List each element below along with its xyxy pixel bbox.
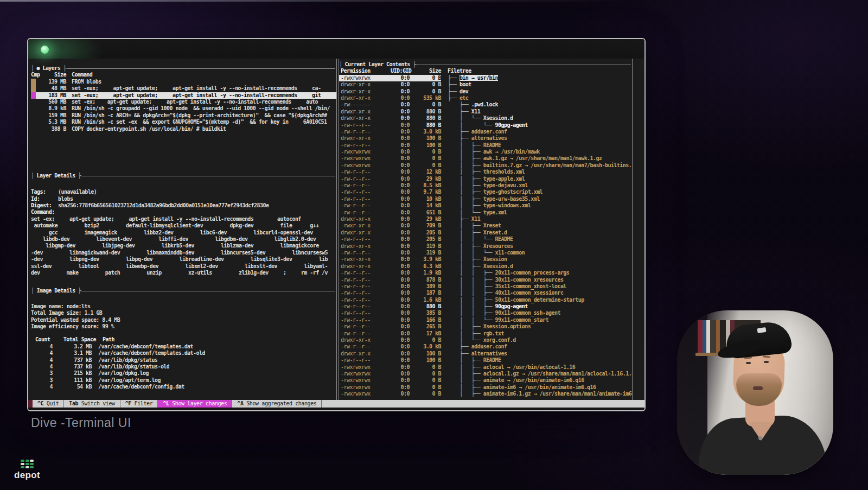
image-details-title: │Image Details├ <box>31 288 336 294</box>
statusbar-item-show-aggregated-changes[interactable]: ^A Show aggregated changes <box>232 400 322 408</box>
window-titlebar <box>28 39 644 59</box>
layer-command-line: gcc imagemagick libbz2-dev libc6-dev lib… <box>31 230 336 236</box>
file-row[interactable]: -rw-r--r--0:09.7 kB │ ├── type-ghostscri… <box>339 189 632 195</box>
file-row[interactable]: -rw-r--r--0:08.5 kB │ ├── type-dejavu.xm… <box>339 182 632 189</box>
file-row[interactable]: drwxr-xr-x0:029 kB ├── X11 <box>339 216 632 222</box>
frame-glyph: ├ <box>413 61 416 68</box>
wasted-space-row: 4737 kB/var/lib/dpkg/status-old <box>31 364 336 370</box>
file-row[interactable]: -rwxrwxrwx0:00 B │ ├── aclocal → /usr/bi… <box>339 364 632 371</box>
file-row[interactable]: drwxr-xr-x0:00 B├── boot <box>339 81 632 88</box>
file-row[interactable]: drwxr-xr-x0:0880 B │ └── Xsession.d <box>339 115 632 122</box>
file-row[interactable]: -rw-r--r--0:012 kB │ ├── thresholds.xml <box>339 169 632 175</box>
file-row[interactable]: -rw-r--r--0:01.9 kB │ │ ├── 20x11-common… <box>339 270 632 276</box>
file-row[interactable]: -rw-r--r--0:0265 B │ ├── Xsession.option… <box>339 323 632 330</box>
file-row[interactable]: drwxr-xr-x0:06.3 kB │ ├── Xsession.d <box>339 263 632 270</box>
dive-ui: │● Layers├ Cmp Size Command 139 MBFROM b… <box>28 59 644 400</box>
file-row[interactable]: -rw-r--r--0:017 kB │ ├── rgb.txt <box>339 330 632 337</box>
file-row[interactable]: -rw-r--r--0:0100 B │ ├── README <box>339 142 632 149</box>
file-row[interactable]: -rw-r--r--0:0319 B │ │ └── x11-common <box>339 250 632 256</box>
file-row[interactable]: -rwxrwxrwx0:00 B │ ├── awk.1.gz → /usr/s… <box>339 155 632 162</box>
file-row[interactable]: -rw-r--r--0:014 kB │ ├── type-windows.xm… <box>339 202 632 209</box>
file-row[interactable]: -rw-r--r--0:0651 B │ └── type.xml <box>339 209 632 216</box>
col-path: Path <box>103 336 114 343</box>
depot-logo-icon <box>20 459 35 470</box>
wasted-space-row: 3111 kB/var/log/apt/term.log <box>31 377 336 384</box>
file-row[interactable]: drwxr-xr-x0:0100 B ├── alternatives <box>339 351 632 357</box>
layer-meta-line: Tags:(unavailable) <box>31 189 336 195</box>
file-row[interactable]: -rw-r--r--0:03.0 kB ├── adduser.conf <box>339 129 632 135</box>
file-row[interactable]: drwxr-xr-x0:0880 B ├── X11 <box>339 109 632 115</box>
col-count: Count <box>31 336 57 343</box>
file-row[interactable]: -rw-r--r--0:0880 B │ │ ├── 90gpg-agent <box>339 303 632 310</box>
layer-meta-line: Id:blobs <box>31 196 336 202</box>
layer-row[interactable]: 139 MBFROM blobs <box>31 79 336 85</box>
layer-command-line: set -ex; apt-get update; apt-get install… <box>31 216 336 222</box>
file-row[interactable]: -rwxrwxrwx0:00 B │ ├── animate-im6.1.gz … <box>339 391 632 397</box>
file-row[interactable]: -rw-r--r--0:029 kB │ ├── type-apple.xml <box>339 176 632 182</box>
file-row[interactable]: drwxr-xr-x0:0205 B │ ├── Xreset.d <box>339 230 632 236</box>
frame-glyph: ├ <box>63 65 66 72</box>
file-row[interactable]: -rwxrwxrwx0:00 B │ ├── animate-im6 → /us… <box>339 384 632 391</box>
file-row[interactable]: -rw-r--r--0:0166 B │ │ └── 99x11-common_… <box>339 317 632 323</box>
file-row[interactable]: -rwxrwxrwx0:00 B │ ├── builtins.7.gz → /… <box>339 162 632 169</box>
file-row[interactable]: -rw-------0:00 B ├── .pwd.lock <box>339 101 632 108</box>
layer-row[interactable]: 159 MBRUN /bin/sh -c ARCH= && dpkgArch="… <box>31 112 336 119</box>
layers-column-header: Cmp Size Command <box>31 72 336 78</box>
file-row[interactable]: -rwxr-xr-x0:0709 B │ ├── Xreset <box>339 222 632 229</box>
wasted-space-rows: 43.2 MB/var/cache/debconf/templates.dat4… <box>31 343 336 391</box>
file-row[interactable]: -rwxr-xr-x0:03.9 kB │ ├── Xsession <box>339 256 632 263</box>
layer-row[interactable]: 183 MBset -eux; apt-get update; apt-get … <box>31 92 336 99</box>
file-tree-pane: │Current Layer Contents├ PermissionUID:G… <box>339 59 633 400</box>
layer-command-line: dev make patch unzip xz-utils zlib1g-dev… <box>31 270 336 276</box>
statusbar-filler <box>322 400 644 408</box>
file-rows: -rwxrwxrwx0:00 B├── bin → usr/bindrwxr-x… <box>339 75 632 398</box>
file-row[interactable]: -rwxrwxrwx0:00 B │ ├── animate → /usr/bi… <box>339 377 632 384</box>
file-row[interactable]: -rw-r--r--0:0187 B │ │ ├── 40x11-common_… <box>339 290 632 296</box>
statusbar-item-show-layer-changes[interactable]: ^L Show layer changes <box>158 400 232 408</box>
col-uid-gid: UID:GID <box>391 68 410 74</box>
file-row[interactable]: -rw-r--r--0:03.0 kB ├── adduser.conf <box>339 343 632 350</box>
layer-command-lines: set -ex; apt-get update; apt-get install… <box>31 216 336 277</box>
file-row[interactable]: drwxr-xr-x0:00 B├── dev <box>339 88 632 95</box>
statusbar-item-switch-view[interactable]: Tab Switch view <box>64 400 120 408</box>
file-row[interactable]: -rw-r--r--0:0880 B │ └── 90gpg-agent <box>339 122 632 129</box>
image-detail-lines: Image name: node:ltsTotal Image size: 1.… <box>31 303 336 330</box>
file-row[interactable]: -rwxrwxrwx0:00 B │ ├── aclocal.1.gz → /u… <box>339 371 632 377</box>
image-details-section: │Image Details├ Image name: node:ltsTota… <box>31 288 336 390</box>
file-row[interactable]: -rw-r--r--0:0878 B │ │ ├── 30x11-common_… <box>339 277 632 283</box>
person-mouth <box>753 386 763 390</box>
file-row[interactable]: drwxr-xr-x0:0535 kB├── etc <box>339 95 632 101</box>
file-row[interactable]: drwxr-xr-x0:0100 B ├── alternatives <box>339 135 632 142</box>
image-detail-line: Image name: node:lts <box>31 303 336 310</box>
depot-logo: depot <box>10 454 44 481</box>
col-size: Size <box>45 72 66 78</box>
layer-details-title-text: Layer Details <box>34 173 78 179</box>
file-row[interactable]: -rwxrwxrwx0:00 B├── bin → usr/bin <box>339 75 632 81</box>
file-row[interactable]: -rw-r--r--0:01.6 kB │ │ ├── 50x11-common… <box>339 297 632 303</box>
file-row[interactable]: drwxr-xr-x0:0319 B │ ├── Xresources <box>339 243 632 250</box>
depot-logo-text: depot <box>10 470 44 481</box>
wasted-space-row: 454 kB/var/cache/debconf/config.dat <box>31 384 336 390</box>
file-row[interactable]: -rw-r--r--0:0100 B │ ├── README <box>339 357 632 364</box>
layer-row[interactable]: 5.3 MBRUN /bin/sh -c set -ex && export G… <box>31 119 336 125</box>
file-row[interactable]: -rw-r--r--0:0385 B │ │ ├── 90x11-common_… <box>339 310 632 316</box>
webcam-overlay <box>677 310 833 475</box>
window-green-light-icon[interactable] <box>41 46 49 54</box>
left-pane: │● Layers├ Cmp Size Command 139 MBFROM b… <box>28 59 336 400</box>
file-row[interactable]: -rw-r--r--0:010 kB │ ├── type-urw-base35… <box>339 196 632 202</box>
file-row[interactable]: -rw-r--r--0:0389 B │ │ ├── 35x11-common_… <box>339 283 632 290</box>
statusbar-item-quit[interactable]: ^C Quit <box>33 400 64 408</box>
layer-row[interactable]: 560 MBset -ex; apt-get update; apt-get i… <box>31 99 336 105</box>
file-row[interactable]: -rwxrwxrwx0:00 B │ ├── awk → /usr/bin/ma… <box>339 149 632 155</box>
layer-row[interactable]: 8.9 kBRUN /bin/sh -c groupadd --gid 1000… <box>31 105 336 112</box>
file-row[interactable]: -rw-r--r--0:0205 B │ │ └── README <box>339 236 632 243</box>
layer-row[interactable]: 388 BCOPY docker-entrypoint.sh /usr/loca… <box>31 126 336 132</box>
frame-line <box>416 65 631 65</box>
layer-command-line: automake bzip2 default-libmysqlclient-de… <box>31 222 336 229</box>
layer-row[interactable]: 48 MBset -eux; apt-get update; apt-get i… <box>31 85 336 92</box>
frame-line <box>81 176 335 176</box>
file-row[interactable]: drwxr-xr-x0:00 B │ └── xorg.conf.d <box>339 337 632 343</box>
image-details-title-text: Image Details <box>34 288 78 294</box>
layer-meta-line: Digest:sha256:778f6b656561023712d1da3482… <box>31 202 336 209</box>
statusbar-item-filter[interactable]: ^F Filter <box>120 400 158 408</box>
